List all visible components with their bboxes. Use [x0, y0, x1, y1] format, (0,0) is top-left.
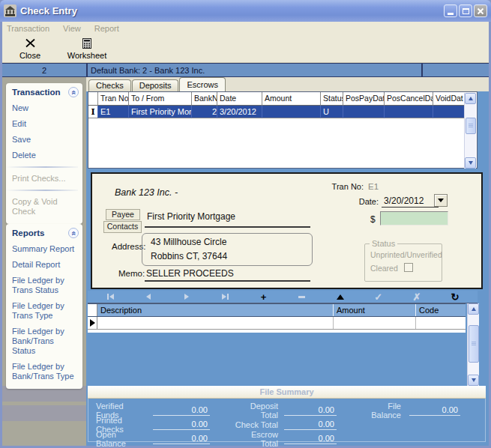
prior-record-icon: [146, 294, 151, 300]
contacts-button[interactable]: Contacts: [103, 221, 142, 233]
sidebar-item-new[interactable]: New: [6, 100, 82, 116]
separator: [6, 166, 78, 168]
file-summary-header: File Summary: [88, 386, 486, 399]
tran-no-value: E1: [368, 182, 379, 191]
sidebar-item-ledger-bank-trans-status[interactable]: File Ledger by Bank/Trans Status: [6, 324, 82, 359]
transaction-panel-header[interactable]: Transaction «: [6, 83, 82, 100]
col-void-date[interactable]: VoidDat: [433, 92, 466, 106]
detail-empty-row[interactable]: [88, 317, 466, 330]
scrollbar-track[interactable]: [465, 104, 476, 157]
minimize-button[interactable]: [444, 4, 457, 17]
cleared-checkbox[interactable]: [404, 263, 413, 272]
file-summary-totals: Verified Funds 0.00 Printed Checks 0.00 …: [88, 399, 486, 442]
insert-record-button[interactable]: +: [257, 291, 269, 303]
tab-escrows[interactable]: Escrows: [179, 77, 226, 91]
row-selector-cell: [88, 317, 97, 329]
escrow-grid-scrollbar[interactable]: [464, 93, 476, 169]
col-status[interactable]: Status: [321, 92, 343, 106]
sidebar-item-ledger-bank-trans-type[interactable]: File Ledger by Bank/Trans Type: [6, 359, 82, 384]
scroll-up-icon[interactable]: [468, 303, 479, 315]
escrow-total-value: 0.00: [284, 434, 337, 444]
collapse-chevron-icon[interactable]: «: [68, 228, 79, 238]
payee-field[interactable]: First Priority Mortgage: [147, 211, 235, 222]
calculator-icon: [82, 38, 91, 49]
first-record-button[interactable]: [104, 291, 116, 303]
menu-view[interactable]: View: [63, 24, 81, 33]
col-amount[interactable]: Amount: [334, 304, 416, 316]
edit-triangle-icon: [337, 294, 344, 300]
cell-description[interactable]: [97, 317, 334, 329]
scroll-up-icon[interactable]: [465, 93, 476, 104]
col-to-from[interactable]: To / From: [129, 92, 192, 106]
payee-button[interactable]: Payee: [106, 209, 140, 220]
date-dropdown-button[interactable]: [434, 194, 448, 207]
bank-bar-spacer: [423, 64, 489, 76]
scroll-down-icon[interactable]: [465, 157, 476, 169]
scrollbar-thumb[interactable]: [469, 325, 479, 363]
maximize-button[interactable]: [459, 4, 472, 17]
date-field[interactable]: 3/20/2012: [384, 196, 424, 206]
detail-grid: Description Amount Code: [88, 303, 466, 333]
reports-panel-header[interactable]: Reports «: [6, 224, 82, 241]
window-close-button[interactable]: [474, 4, 487, 17]
tab-checks[interactable]: Checks: [88, 79, 131, 91]
memo-field[interactable]: SELLER PROCEEDS: [146, 268, 234, 279]
escrow-grid-header: Tran No To / From BankNo Date Amount Sta…: [88, 92, 477, 106]
edit-record-button[interactable]: [334, 291, 346, 303]
menu-transaction[interactable]: Transaction: [7, 24, 49, 33]
col-description[interactable]: Description: [97, 304, 334, 316]
scrollbar-thumb[interactable]: [466, 118, 476, 134]
cell-code[interactable]: [416, 317, 466, 329]
col-date[interactable]: Date: [217, 92, 262, 106]
delete-record-button[interactable]: [296, 291, 308, 303]
scroll-down-icon[interactable]: [468, 375, 479, 386]
amount-field[interactable]: [380, 211, 448, 225]
title-bar[interactable]: Check Entry: [0, 0, 491, 22]
reports-panel-title: Reports: [12, 228, 44, 237]
sidebar-item-detail-report[interactable]: Detail Report: [6, 257, 82, 273]
escrow-total-label: Escrow Total: [232, 430, 278, 448]
worksheet-tool-button[interactable]: Worksheet: [64, 37, 110, 61]
transaction-panel-title: Transaction: [12, 88, 61, 97]
detail-grid-header: Description Amount Code: [88, 303, 466, 317]
sidebar-item-ledger-trans-type[interactable]: File Ledger by Trans Type: [6, 298, 82, 324]
prior-record-button[interactable]: [142, 291, 154, 303]
last-record-button[interactable]: [219, 291, 231, 303]
sidebar-item-summary-report[interactable]: Summary Report: [6, 241, 82, 257]
col-pos-pay-date[interactable]: PosPayDate: [343, 92, 385, 106]
cell-void-date: [433, 106, 466, 118]
sidebar-item-ledger-trans-status[interactable]: File Ledger by Trans Status: [6, 273, 82, 298]
amount-currency-label: $: [370, 214, 376, 225]
refresh-records-button[interactable]: ↻: [449, 291, 461, 303]
check-total-label: Check Total: [232, 420, 278, 429]
close-tool-button[interactable]: Close: [7, 37, 53, 61]
sidebar-item-delete[interactable]: Delete: [6, 148, 82, 163]
cell-amount[interactable]: [334, 317, 416, 329]
next-record-button[interactable]: [181, 291, 193, 303]
toolbar: Close Worksheet: [2, 35, 489, 63]
scrollbar-track[interactable]: [468, 315, 479, 375]
separator: [6, 190, 78, 191]
sidebar-item-print-checks: Print Checks...: [6, 171, 82, 187]
sidebar-item-edit[interactable]: Edit: [6, 116, 82, 132]
cell-to-from: First Priority Mortga: [129, 106, 192, 118]
printed-checks-value: 0.00: [153, 420, 210, 430]
post-edit-button[interactable]: ✓: [373, 291, 385, 303]
tran-no-label: Tran No:: [302, 182, 364, 191]
collapse-chevron-icon[interactable]: «: [68, 87, 79, 97]
col-bank-no[interactable]: BankNo: [192, 92, 217, 106]
col-code[interactable]: Code: [416, 304, 466, 316]
status-cleared-label: Cleared: [370, 264, 398, 273]
worksheet-tool-label: Worksheet: [67, 51, 106, 60]
cancel-edit-button[interactable]: ✗: [411, 291, 423, 303]
col-tran-no[interactable]: Tran No: [98, 92, 129, 106]
tab-deposits[interactable]: Deposits: [132, 79, 179, 91]
col-amount[interactable]: Amount: [262, 92, 321, 106]
sidebar-item-save[interactable]: Save: [6, 132, 82, 148]
first-record-icon: [107, 294, 109, 300]
menu-report[interactable]: Report: [94, 24, 119, 33]
record-navigator: + ✓ ✗ ↻: [88, 291, 478, 303]
detail-grid-scrollbar[interactable]: [467, 303, 479, 386]
escrow-row-selected[interactable]: I E1 First Priority Mortga 2 3/20/2012 U: [88, 106, 477, 118]
col-pos-cancel-date[interactable]: PosCancelDate: [385, 92, 433, 106]
